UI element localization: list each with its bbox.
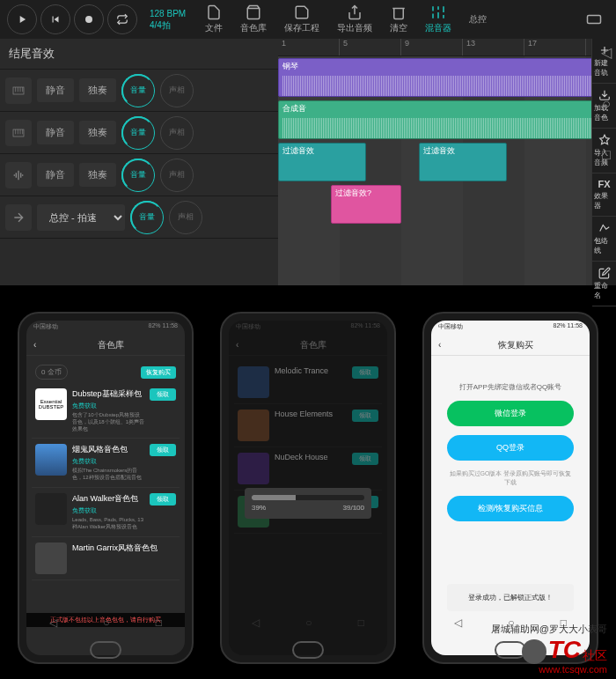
list-item[interactable]: Alan Walker音色包 免费获取 Leads, Bass, Pads, P… (32, 488, 180, 537)
android-nav: ◁○□ (26, 616, 185, 629)
pack-thumbnail: Essential DUBSTEP (35, 388, 67, 420)
nav-recent-icon[interactable]: □ (156, 616, 162, 629)
list-item[interactable]: Melodic Trance领取 (234, 361, 382, 404)
master-select[interactable]: 总控 - 拍速 (37, 204, 125, 231)
timeline[interactable]: 1 5 9 13 17 钢琴 合成音 过滤音效 过滤音效 过滤音效? (278, 39, 616, 285)
rename-button[interactable]: 重命名 (592, 262, 616, 306)
sound-library-menu[interactable]: 音色库 (233, 4, 274, 34)
nav-back-icon[interactable]: ◁ (49, 616, 57, 629)
download-button[interactable]: 领取 (150, 388, 176, 401)
daw-app: 128 BPM 4/4拍 文件 音色库 保存工程 导出音频 清空 混音器 总控 … (0, 0, 616, 285)
pack-thumbnail (35, 444, 67, 476)
progress-fill (252, 495, 296, 500)
coin-balance[interactable]: 0 金币 (35, 365, 68, 380)
keyboard-button[interactable] (579, 11, 609, 27)
record-button[interactable] (74, 4, 104, 34)
list-item[interactable]: Martin Garrix风格音色包 (32, 537, 180, 580)
home-button (292, 641, 324, 659)
mute-button[interactable]: 静音 (37, 121, 74, 144)
watermark-credit: 屠城辅助网@罗大大小表哥 (491, 623, 607, 636)
fx-button[interactable]: FX效果器 (592, 173, 616, 217)
pack-thumbnail (35, 493, 67, 525)
list-item[interactable]: Essential DUBSTEP Dubstep基础采样包 免费获取 包含了1… (32, 383, 180, 439)
phone-showcase: 中国移动82% 11:58 ‹ 音色库 0 金币 恢复购买 Essential … (0, 285, 616, 673)
pan-knob[interactable]: 声相 (160, 74, 194, 107)
pack-subtitle: 免费获取 (72, 506, 144, 515)
wechat-login-button[interactable]: 微信登录 (447, 401, 574, 426)
login-hint: 打开APP先绑定微信或者QQ账号 (459, 382, 561, 392)
master-row[interactable]: 总控 - 拍速 音量 声相 (0, 196, 278, 239)
restore-button[interactable]: 恢复购买 (141, 366, 176, 379)
phone-screen: 中国移动82% 11:58 ‹ 音色库 0 金币 恢复购买 Essential … (26, 321, 185, 655)
back-icon[interactable]: ‹ (33, 340, 36, 350)
pack-name: Alan Walker音色包 (72, 493, 144, 505)
pan-knob[interactable]: 声相 (160, 116, 194, 150)
piano-icon (5, 120, 32, 146)
volume-knob[interactable]: 音量 (130, 201, 164, 234)
ruler[interactable]: 1 5 9 13 17 (278, 39, 616, 56)
watermark: 屠城辅助网@罗大大小表哥 TC 社区 www.tcsqw.com (491, 623, 607, 675)
list-item[interactable]: 烟鬼风格音色包 免费获取 模拟The Chainsmokers的音色，12种预设… (32, 439, 180, 488)
coin-bar: 0 金币 恢复购买 (32, 361, 180, 383)
android-nav: ◁○□ (229, 616, 387, 629)
mixer-menu[interactable]: 混音器 (418, 4, 458, 34)
solo-button[interactable]: 独奏 (79, 121, 116, 144)
status-bar: 中国移动82% 11:58 (229, 321, 387, 335)
back-icon[interactable]: ‹ (236, 340, 238, 350)
nav-home-icon[interactable]: ○ (602, 96, 611, 112)
phone-screen: 中国移动82% 11:58 ‹ 恢复购买 打开APP先绑定微信或者QQ账号 微信… (431, 321, 590, 655)
rewind-button[interactable] (40, 4, 70, 34)
pack-subtitle: 免费获取 (72, 457, 144, 466)
solo-button[interactable]: 独奏 (79, 163, 116, 187)
ruler-mark: 17 (524, 39, 586, 55)
clip-synth[interactable]: 合成音 (278, 100, 616, 139)
mute-button[interactable]: 静音 (37, 163, 74, 187)
phone-mockup: 中国移动82% 11:58 ‹ 音色库 Melodic Trance领取 Hou… (220, 312, 396, 664)
list-item[interactable]: House Elements领取 (234, 404, 382, 447)
restore-purchase-button[interactable]: 检测/恢复购买信息 (447, 496, 574, 521)
svg-rect-2 (13, 87, 24, 94)
volume-knob[interactable]: 音量 (121, 74, 155, 107)
ruler-mark: 1 (278, 39, 340, 55)
clip-area[interactable]: 钢琴 合成音 过滤音效 过滤音效 过滤音效? (278, 56, 616, 285)
play-button[interactable] (7, 4, 37, 34)
nav-back-icon[interactable]: ◁ (601, 44, 612, 61)
master-menu[interactable]: 总控 (462, 13, 494, 26)
file-menu[interactable]: 文件 (198, 4, 230, 34)
nav-home-icon[interactable]: ○ (103, 616, 109, 629)
progress-bar (252, 495, 364, 500)
volume-knob[interactable]: 音量 (121, 159, 155, 192)
back-icon[interactable]: ‹ (438, 340, 441, 350)
loop-button[interactable] (107, 4, 137, 34)
nav-recent-icon[interactable]: □ (602, 147, 611, 163)
fx-title: 结尾音效 (0, 39, 278, 70)
pan-knob[interactable]: 声相 (160, 159, 194, 192)
svg-rect-3 (13, 129, 24, 137)
save-menu[interactable]: 保存工程 (277, 4, 326, 34)
volume-knob[interactable]: 音量 (121, 116, 155, 150)
page-title: 恢复购买 (448, 339, 583, 351)
page-title: 音色库 (246, 339, 380, 351)
pan-knob[interactable]: 声相 (169, 201, 202, 234)
download-button[interactable]: 领取 (150, 444, 176, 456)
track-row[interactable]: 静音 独奏 音量 声相 (0, 70, 278, 112)
list-item[interactable]: NuDeck House领取 (234, 447, 382, 491)
export-menu[interactable]: 导出音频 (330, 4, 379, 34)
track-row[interactable]: 静音 独奏 音量 声相 (0, 112, 278, 154)
solo-button[interactable]: 独奏 (79, 78, 116, 102)
piano-icon (5, 77, 32, 104)
qq-login-button[interactable]: QQ登录 (447, 435, 574, 461)
mute-button[interactable]: 静音 (37, 78, 74, 102)
envelope-button[interactable]: 包络线 (592, 217, 616, 262)
download-button[interactable]: 领取 (150, 493, 176, 506)
pack-name: 烟鬼风格音色包 (72, 444, 144, 455)
progress-percent: 39% (252, 504, 266, 512)
daw-body: 结尾音效 静音 独奏 音量 声相 静音 独奏 音量 声相 静音 独奏 音量 声相 (0, 39, 616, 285)
clip-filter[interactable]: 过滤音效 (278, 143, 366, 181)
clip-filter[interactable]: 过滤音效? (331, 185, 401, 224)
tempo-display[interactable]: 128 BPM 4/4拍 (141, 8, 194, 31)
clip-piano[interactable]: 钢琴 (278, 58, 616, 97)
clip-filter[interactable]: 过滤音效 (419, 143, 507, 181)
track-row[interactable]: 静音 独奏 音量 声相 (0, 154, 278, 196)
clear-menu[interactable]: 清空 (383, 4, 414, 34)
